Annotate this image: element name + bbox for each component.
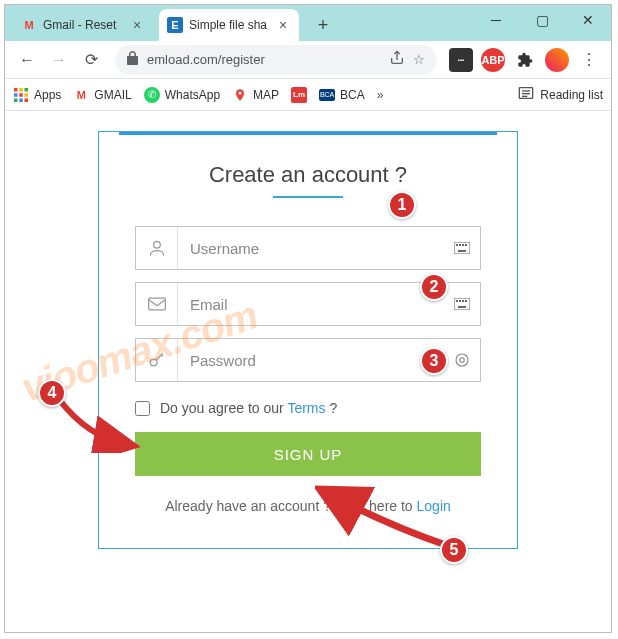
bca-icon: BCA bbox=[319, 89, 335, 101]
apps-icon bbox=[13, 87, 29, 103]
terms-text: Do you agree to our Terms ? bbox=[160, 400, 337, 416]
svg-rect-23 bbox=[456, 300, 458, 302]
bookmark-label: Apps bbox=[34, 88, 61, 102]
username-input[interactable] bbox=[178, 227, 444, 269]
annotation-badge-3: 3 bbox=[420, 347, 448, 375]
adblock-icon[interactable]: ABP bbox=[481, 48, 505, 72]
extension-icon[interactable]: ••• bbox=[449, 48, 473, 72]
register-form: Create an account ? 1 bbox=[98, 131, 518, 549]
password-toggle-icon[interactable] bbox=[444, 351, 480, 369]
svg-rect-4 bbox=[19, 93, 23, 97]
svg-point-28 bbox=[150, 359, 157, 366]
svg-rect-26 bbox=[465, 300, 467, 302]
email-icon bbox=[136, 283, 178, 325]
profile-avatar[interactable] bbox=[545, 48, 569, 72]
map-icon bbox=[232, 87, 248, 103]
svg-rect-19 bbox=[465, 244, 467, 246]
tab-gmail[interactable]: M Gmail - Reset × bbox=[13, 9, 153, 41]
bookmarks-bar: Apps M GMAIL ✆ WhatsApp MAP Lm BCA BCA » bbox=[5, 79, 611, 111]
address-bar[interactable]: emload.com/register ☆ bbox=[115, 45, 437, 75]
title-underline bbox=[273, 196, 343, 198]
tab-title: Simple file sha bbox=[189, 18, 271, 32]
annotation-badge-1: 1 bbox=[388, 191, 416, 219]
annotation-badge-5: 5 bbox=[440, 536, 468, 564]
terms-link[interactable]: Terms bbox=[287, 400, 325, 416]
bookmark-overflow[interactable]: » bbox=[377, 88, 384, 102]
svg-rect-22 bbox=[454, 298, 470, 310]
annotation-badge-2: 2 bbox=[420, 273, 448, 301]
username-row: 1 bbox=[135, 226, 481, 270]
form-title: Create an account ? bbox=[135, 162, 481, 188]
svg-rect-18 bbox=[462, 244, 464, 246]
reading-list-button[interactable]: Reading list bbox=[518, 86, 603, 103]
tab-emload[interactable]: E Simple file sha × bbox=[159, 9, 299, 41]
svg-rect-21 bbox=[148, 298, 165, 310]
new-tab-button[interactable]: + bbox=[309, 11, 337, 39]
close-icon[interactable]: × bbox=[275, 17, 291, 33]
svg-rect-0 bbox=[14, 88, 18, 92]
gmail-favicon-icon: M bbox=[21, 17, 37, 33]
svg-rect-27 bbox=[458, 306, 466, 308]
browser-toolbar: ← → ⟳ emload.com/register ☆ ••• ABP ⋮ bbox=[5, 41, 611, 79]
forward-button[interactable]: → bbox=[45, 46, 73, 74]
password-row: 3 bbox=[135, 338, 481, 382]
window-controls: ─ ▢ ✕ bbox=[473, 5, 611, 35]
terms-checkbox[interactable] bbox=[135, 401, 150, 416]
user-icon bbox=[136, 227, 178, 269]
password-input[interactable] bbox=[178, 339, 444, 381]
reload-button[interactable]: ⟳ bbox=[77, 46, 105, 74]
gmail-bookmark[interactable]: M GMAIL bbox=[73, 87, 131, 103]
svg-rect-17 bbox=[459, 244, 461, 246]
bookmark-label: MAP bbox=[253, 88, 279, 102]
svg-point-29 bbox=[456, 354, 468, 366]
lm-icon: Lm bbox=[291, 87, 307, 103]
whatsapp-icon: ✆ bbox=[144, 87, 160, 103]
titlebar: M Gmail - Reset × E Simple file sha × + … bbox=[5, 5, 611, 41]
annotation-badge-4: 4 bbox=[38, 379, 66, 407]
svg-rect-20 bbox=[458, 250, 466, 252]
keyboard-icon[interactable] bbox=[444, 298, 480, 310]
svg-rect-5 bbox=[25, 93, 29, 97]
bookmark-label: GMAIL bbox=[94, 88, 131, 102]
share-icon[interactable] bbox=[389, 50, 405, 69]
bookmark-label: WhatsApp bbox=[165, 88, 220, 102]
svg-rect-7 bbox=[19, 98, 23, 102]
svg-rect-1 bbox=[19, 88, 23, 92]
keyboard-icon[interactable] bbox=[444, 242, 480, 254]
tab-title: Gmail - Reset bbox=[43, 18, 125, 32]
email-row: 2 bbox=[135, 282, 481, 326]
map-bookmark[interactable]: MAP bbox=[232, 87, 279, 103]
star-icon[interactable]: ☆ bbox=[413, 52, 425, 67]
browser-window: M Gmail - Reset × E Simple file sha × + … bbox=[4, 4, 612, 633]
whatsapp-bookmark[interactable]: ✆ WhatsApp bbox=[144, 87, 220, 103]
bca-bookmark[interactable]: BCA BCA bbox=[319, 88, 365, 102]
svg-point-9 bbox=[239, 91, 242, 94]
svg-rect-24 bbox=[459, 300, 461, 302]
emload-favicon-icon: E bbox=[167, 17, 183, 33]
lm-bookmark[interactable]: Lm bbox=[291, 87, 307, 103]
page-content: vioomax.com Create an account ? 1 bbox=[5, 111, 611, 632]
back-button[interactable]: ← bbox=[13, 46, 41, 74]
svg-point-14 bbox=[153, 241, 160, 248]
svg-rect-15 bbox=[454, 242, 470, 254]
svg-rect-2 bbox=[25, 88, 29, 92]
lock-icon bbox=[127, 51, 139, 68]
minimize-button[interactable]: ─ bbox=[473, 5, 519, 35]
close-window-button[interactable]: ✕ bbox=[565, 5, 611, 35]
login-link[interactable]: Login bbox=[417, 498, 451, 514]
maximize-button[interactable]: ▢ bbox=[519, 5, 565, 35]
bookmark-label: BCA bbox=[340, 88, 365, 102]
apps-bookmark[interactable]: Apps bbox=[13, 87, 61, 103]
gmail-icon: M bbox=[73, 87, 89, 103]
menu-button[interactable]: ⋮ bbox=[575, 46, 603, 74]
close-icon[interactable]: × bbox=[129, 17, 145, 33]
email-input[interactable] bbox=[178, 283, 444, 325]
svg-rect-6 bbox=[14, 98, 18, 102]
key-icon bbox=[136, 339, 178, 381]
reading-list-label: Reading list bbox=[540, 88, 603, 102]
svg-point-30 bbox=[460, 358, 465, 363]
svg-rect-25 bbox=[462, 300, 464, 302]
extensions-button[interactable] bbox=[511, 46, 539, 74]
signup-button[interactable]: SIGN UP bbox=[135, 432, 481, 476]
login-row: Already have an account ? Click here to … bbox=[135, 498, 481, 514]
